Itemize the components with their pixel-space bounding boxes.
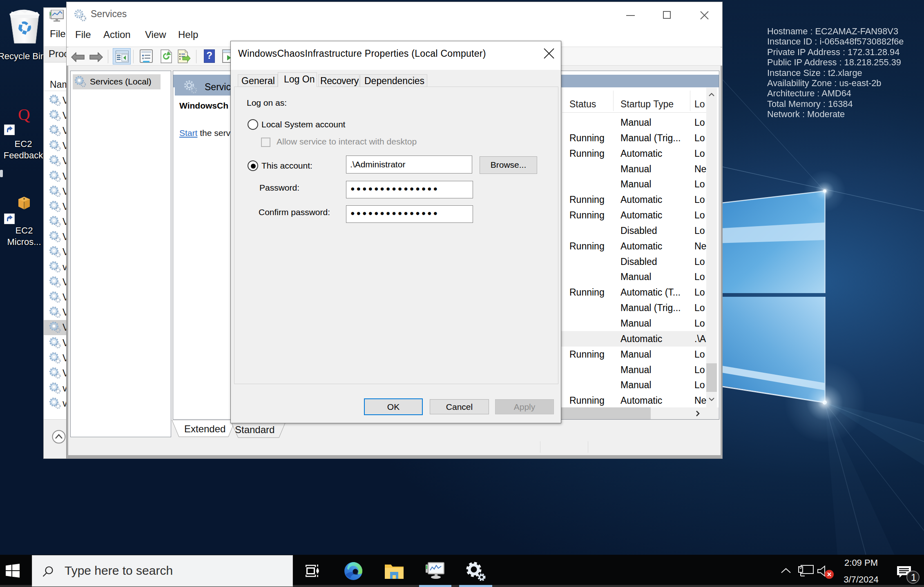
- svg-text:Extended: Extended: [184, 423, 225, 434]
- svg-text:Standard: Standard: [235, 424, 275, 435]
- svg-text:1: 1: [911, 572, 916, 583]
